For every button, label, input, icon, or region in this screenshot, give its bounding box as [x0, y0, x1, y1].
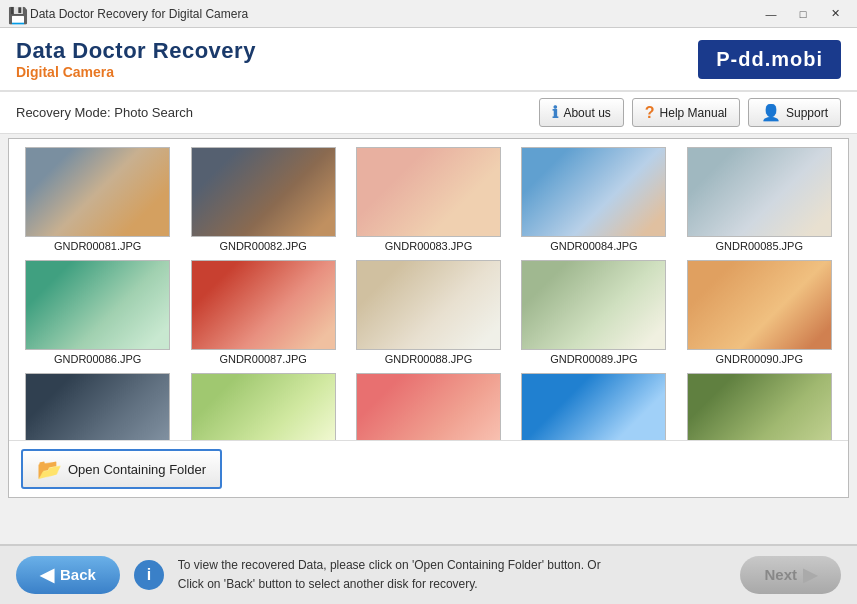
list-item[interactable]: GNDR00087.JPG	[186, 260, 339, 365]
toolbar-buttons: ℹ About us ? Help Manual 👤 Support	[539, 98, 841, 127]
app-title-sub: Digital Camera	[16, 64, 256, 80]
app-title: Data Doctor Recovery Digital Camera	[16, 38, 256, 80]
list-item[interactable]: GNDR00092.JPG	[186, 373, 339, 440]
photo-label: GNDR00090.JPG	[716, 353, 803, 365]
titlebar: 💾 Data Doctor Recovery for Digital Camer…	[0, 0, 857, 28]
app-icon: 💾	[8, 6, 24, 22]
close-button[interactable]: ✕	[821, 5, 849, 23]
back-arrow-icon: ◀	[40, 564, 54, 586]
photo-thumbnail	[687, 373, 832, 440]
titlebar-controls: — □ ✕	[757, 5, 849, 23]
list-item[interactable]: GNDR00086.JPG	[21, 260, 174, 365]
list-item[interactable]: GNDR00085.JPG	[683, 147, 836, 252]
next-button: Next ▶	[740, 556, 841, 594]
photo-thumbnail	[521, 260, 666, 350]
titlebar-title: Data Doctor Recovery for Digital Camera	[30, 7, 757, 21]
list-item[interactable]: GNDR00093.JPG	[352, 373, 505, 440]
recovery-mode-label: Recovery Mode: Photo Search	[16, 105, 193, 120]
info-line2: Click on 'Back' button to select another…	[178, 575, 601, 594]
photo-thumbnail	[25, 373, 170, 440]
next-label: Next	[764, 566, 797, 583]
photo-label: GNDR00086.JPG	[54, 353, 141, 365]
photo-thumbnail	[356, 373, 501, 440]
info-line1: To view the recovered Data, please click…	[178, 556, 601, 575]
photo-thumbnail	[25, 147, 170, 237]
list-item[interactable]: GNDR00082.JPG	[186, 147, 339, 252]
list-item[interactable]: GNDR00089.JPG	[517, 260, 670, 365]
help-button[interactable]: ? Help Manual	[632, 98, 740, 127]
photo-thumbnail	[356, 147, 501, 237]
about-label: About us	[563, 106, 610, 120]
photo-grid-container[interactable]: GNDR00081.JPGGNDR00082.JPGGNDR00083.JPGG…	[9, 139, 848, 440]
photo-thumbnail	[191, 260, 336, 350]
app-title-main: Data Doctor Recovery	[16, 38, 256, 64]
open-folder-button[interactable]: 📂 Open Containing Folder	[21, 449, 222, 489]
folder-btn-label: Open Containing Folder	[68, 462, 206, 477]
help-icon: ?	[645, 104, 655, 122]
photo-label: GNDR00088.JPG	[385, 353, 472, 365]
photo-label: GNDR00089.JPG	[550, 353, 637, 365]
photo-thumbnail	[687, 260, 832, 350]
header: Data Doctor Recovery Digital Camera P-dd…	[0, 28, 857, 92]
photo-thumbnail	[25, 260, 170, 350]
list-item[interactable]: GNDR00091.JPG	[21, 373, 174, 440]
maximize-button[interactable]: □	[789, 5, 817, 23]
photo-grid: GNDR00081.JPGGNDR00082.JPGGNDR00083.JPGG…	[21, 147, 836, 440]
info-circle-icon: i	[134, 560, 164, 590]
photo-thumbnail	[356, 260, 501, 350]
list-item[interactable]: GNDR00081.JPG	[21, 147, 174, 252]
list-item[interactable]: GNDR00095.JPG	[683, 373, 836, 440]
support-button[interactable]: 👤 Support	[748, 98, 841, 127]
list-item[interactable]: GNDR00084.JPG	[517, 147, 670, 252]
folder-icon: 📂	[37, 457, 62, 481]
photo-label: GNDR00084.JPG	[550, 240, 637, 252]
bottom-bar: ◀ Back i To view the recovered Data, ple…	[0, 544, 857, 604]
list-item[interactable]: GNDR00090.JPG	[683, 260, 836, 365]
brand-badge: P-dd.mobi	[698, 40, 841, 79]
info-icon: ℹ	[552, 103, 558, 122]
support-icon: 👤	[761, 103, 781, 122]
main-content: GNDR00081.JPGGNDR00082.JPGGNDR00083.JPGG…	[8, 138, 849, 498]
photo-thumbnail	[191, 373, 336, 440]
photo-label: GNDR00087.JPG	[219, 353, 306, 365]
toolbar: Recovery Mode: Photo Search ℹ About us ?…	[0, 92, 857, 134]
list-item[interactable]: GNDR00094.JPG	[517, 373, 670, 440]
list-item[interactable]: GNDR00083.JPG	[352, 147, 505, 252]
list-item[interactable]: GNDR00088.JPG	[352, 260, 505, 365]
photo-thumbnail	[687, 147, 832, 237]
next-arrow-icon: ▶	[803, 564, 817, 586]
minimize-button[interactable]: —	[757, 5, 785, 23]
photo-thumbnail	[521, 147, 666, 237]
photo-label: GNDR00083.JPG	[385, 240, 472, 252]
support-label: Support	[786, 106, 828, 120]
back-label: Back	[60, 566, 96, 583]
photo-label: GNDR00082.JPG	[219, 240, 306, 252]
help-label: Help Manual	[660, 106, 727, 120]
folder-btn-area: 📂 Open Containing Folder	[9, 440, 848, 497]
photo-thumbnail	[191, 147, 336, 237]
photo-label: GNDR00081.JPG	[54, 240, 141, 252]
photo-label: GNDR00085.JPG	[716, 240, 803, 252]
back-button[interactable]: ◀ Back	[16, 556, 120, 594]
about-button[interactable]: ℹ About us	[539, 98, 623, 127]
photo-thumbnail	[521, 373, 666, 440]
info-text-area: To view the recovered Data, please click…	[178, 556, 601, 594]
